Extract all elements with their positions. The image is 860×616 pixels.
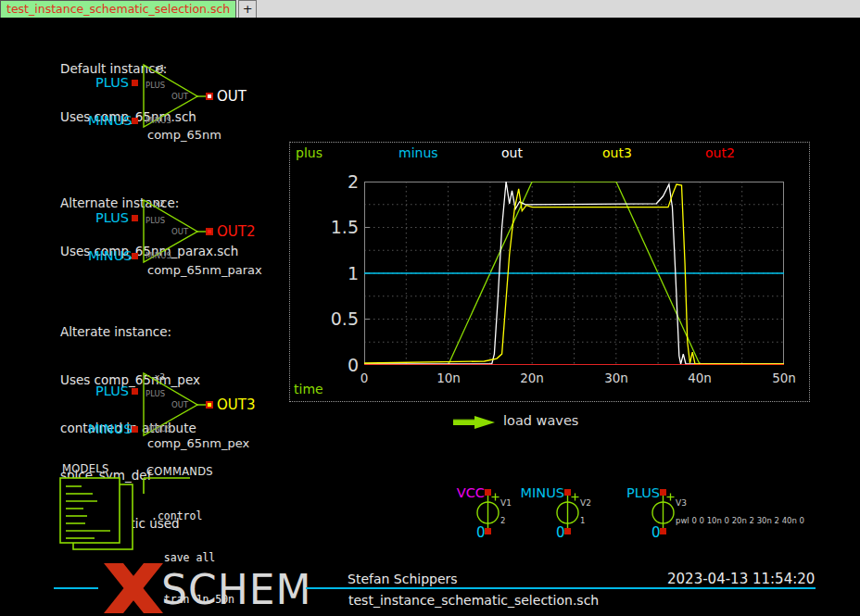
net-label-plus[interactable]: PLUS <box>88 75 129 90</box>
instance-name: x3 <box>155 372 165 382</box>
pin-top[interactable] <box>660 489 666 496</box>
title-block-line-left <box>54 587 98 589</box>
net-label-vcc[interactable]: VCC <box>394 485 485 500</box>
y-tick-1: 1 <box>294 263 359 283</box>
pin-plus[interactable] <box>132 388 138 395</box>
title-block-line <box>306 587 816 589</box>
x-tick-30n: 30n <box>590 371 642 385</box>
schematic-canvas[interactable]: Default instance: Uses comp_65nm.sch Alt… <box>0 18 860 616</box>
models-label: MODELS <box>62 462 109 475</box>
pin-plus[interactable] <box>132 80 138 86</box>
symbol-pin-minus: MINUS <box>145 424 171 434</box>
symbol-name: comp_65nm_parax <box>147 263 262 277</box>
xschem-logo-x-icon <box>104 563 163 613</box>
tab-schematic[interactable]: test_instance_schematic_selection.sch <box>0 0 236 18</box>
net-label-minus[interactable]: MINUS <box>88 113 129 128</box>
legend-out3[interactable]: out3 <box>602 145 632 160</box>
y-tick-0-5: 0.5 <box>294 308 359 329</box>
vsource-v3[interactable]: PLUS V3 pwl 0 0 10n 0 20n 2 30n 2 40n 0 … <box>634 485 796 543</box>
x-tick-40n: 40n <box>674 371 726 385</box>
x-tick-10n: 10n <box>423 371 474 385</box>
symbol-pin-plus: PLUS <box>145 81 165 90</box>
symbol-pin-plus: PLUS <box>145 389 165 398</box>
y-tick-1-5: 1.5 <box>294 217 359 237</box>
net-label-plus[interactable]: PLUS <box>88 383 129 398</box>
pin-bottom[interactable] <box>485 528 491 534</box>
source-value: 1 <box>580 516 585 525</box>
net-label-plus[interactable]: PLUS <box>569 485 660 500</box>
load-waves-launcher[interactable]: load waves <box>503 413 578 428</box>
source-value: 2 <box>500 516 505 525</box>
net-label-minus[interactable]: MINUS <box>88 421 129 436</box>
net-label-minus[interactable]: MINUS <box>474 485 564 500</box>
commands-label: COMMANDS <box>146 465 213 478</box>
models-netlist-icon[interactable] <box>58 475 140 555</box>
legend-plus[interactable]: plus <box>296 145 322 160</box>
tab-bar: test_instance_schematic_selection.sch + <box>0 0 860 19</box>
symbol-pin-out: OUT <box>171 227 188 236</box>
xschem-window: test_instance_schematic_selection.sch + … <box>0 0 860 616</box>
instance-name: x1 <box>155 64 165 73</box>
waveform-graph[interactable]: plus minus out out3 out2 2 1.5 1 0.5 0 0… <box>289 142 810 402</box>
net-label-out[interactable]: OUT2 <box>217 223 256 240</box>
net-label-plus[interactable]: PLUS <box>88 210 129 225</box>
waveform-traces <box>364 182 784 365</box>
x-tick-50n: 50n <box>758 371 810 385</box>
instance-name: V3 <box>676 498 687 508</box>
symbol-name: comp_65nm <box>147 128 221 142</box>
x-axis-label: time <box>294 382 323 396</box>
pin-minus[interactable] <box>132 118 138 124</box>
xschem-logo-text: SCHEM <box>161 570 312 610</box>
net-label-out[interactable]: OUT3 <box>217 396 256 413</box>
net-label-out[interactable]: OUT <box>217 88 247 105</box>
legend-minus[interactable]: minus <box>398 145 438 160</box>
symbol-pin-plus: PLUS <box>145 216 165 225</box>
instance-name: x2 <box>155 199 165 208</box>
symbol-pin-out: OUT <box>171 92 188 101</box>
pin-out[interactable] <box>206 228 213 235</box>
timestamp: 2023-04-13 11:54:20 <box>667 571 815 587</box>
legend-out2[interactable]: out2 <box>705 145 735 160</box>
source-value: pwl 0 0 10n 0 20n 2 30n 2 40n 0 <box>676 516 804 525</box>
launcher-arrow-icon[interactable] <box>452 414 497 431</box>
pin-plus[interactable] <box>132 215 138 221</box>
schematic-title: test_instance_schematic_selection.sch <box>348 593 599 608</box>
pin-minus[interactable] <box>132 253 138 259</box>
pin-out[interactable] <box>206 93 213 100</box>
symbol-name: comp_65nm_pex <box>147 436 249 450</box>
command-line: save all <box>151 551 440 565</box>
y-tick-2: 2 <box>294 171 359 192</box>
comparator-instance-x1[interactable]: PLUS MINUS x1 PLUS MINUS OUT OUT comp_65… <box>88 57 273 145</box>
comparator-instance-x3[interactable]: PLUS MINUS x3 PLUS MINUS OUT OUT3 comp_6… <box>88 366 273 454</box>
x-tick-0: 0 <box>338 371 390 385</box>
pin-bottom[interactable] <box>660 528 666 534</box>
symbol-pin-minus: MINUS <box>145 251 171 260</box>
pin-out[interactable] <box>206 401 213 409</box>
symbol-pin-minus: MINUS <box>145 116 171 125</box>
net-label-gnd[interactable]: 0 <box>651 524 661 541</box>
author-name: Stefan Schippers <box>348 572 458 586</box>
net-label-minus[interactable]: MINUS <box>88 248 129 263</box>
command-line: .control <box>151 509 440 523</box>
new-tab-button[interactable]: + <box>238 0 257 18</box>
note-line: Alterate instance: <box>60 324 200 340</box>
x-tick-20n: 20n <box>506 371 558 385</box>
pin-minus[interactable] <box>132 426 138 433</box>
pin-bottom[interactable] <box>564 528 571 534</box>
symbol-pin-out: OUT <box>171 400 188 409</box>
net-label-gnd[interactable]: 0 <box>476 524 486 541</box>
comparator-instance-x2[interactable]: PLUS MINUS x2 PLUS MINUS OUT OUT2 comp_6… <box>88 193 273 281</box>
net-label-gnd[interactable]: 0 <box>556 524 565 541</box>
legend-out[interactable]: out <box>501 145 523 160</box>
